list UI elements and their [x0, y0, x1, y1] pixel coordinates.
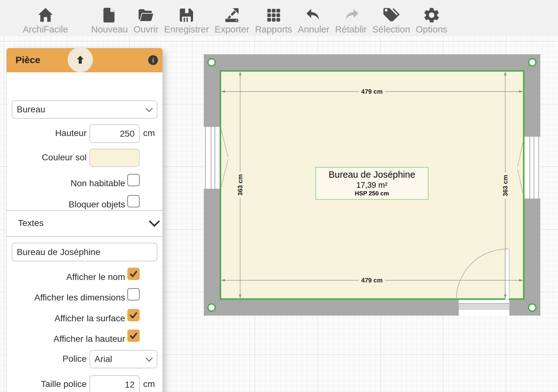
toolbar-item-nouveau[interactable]: Nouveau: [91, 0, 128, 35]
door-sill-band: [459, 304, 509, 308]
toolbar-item-archifacile[interactable]: ArchiFacile: [23, 0, 68, 35]
open-folder-icon: [137, 0, 155, 24]
room-label[interactable]: Bureau de Joséphine 17,39 m² HSP 250 cm: [315, 167, 428, 200]
export-icon: [223, 0, 241, 24]
panel-header: Pièce i: [7, 48, 162, 72]
taille-police-value: 12: [125, 380, 135, 390]
window-left[interactable]: [204, 127, 220, 189]
corner-handle[interactable]: [207, 58, 216, 67]
tag-icon: [382, 0, 400, 24]
bloquer-objets-label: Bloquer objets: [69, 199, 125, 210]
save-icon: [178, 0, 195, 24]
taille-police-input[interactable]: 12: [89, 375, 140, 392]
non-habitable-label: Non habitable: [70, 178, 125, 188]
window-frame-line: [534, 137, 534, 199]
door-sill-line: [459, 303, 509, 304]
toolbar-item-exporter[interactable]: Exporter: [215, 0, 249, 35]
check-icon: [129, 270, 138, 278]
room-properties-panel: Pièce i Bureau Hauteur 250 cm Couleur so…: [6, 48, 163, 392]
corner-handle[interactable]: [528, 58, 537, 67]
hauteur-value: 250: [120, 129, 135, 139]
toolbar-item-enregistrer[interactable]: Enregistrer: [164, 0, 209, 35]
new-document-icon: [100, 0, 118, 24]
toolbar-item-rapports[interactable]: Rapports: [255, 0, 292, 35]
toolbar-label: ArchiFacile: [23, 24, 68, 35]
separator: [7, 236, 162, 237]
window-frame-line: [215, 127, 215, 189]
toolbar-label: Sélection: [373, 24, 410, 35]
afficher-hauteur-checkbox[interactable]: [127, 330, 140, 342]
taille-police-label: Taille police: [41, 379, 87, 389]
undo-icon: [305, 0, 323, 24]
check-icon: [129, 331, 138, 340]
hauteur-label: Hauteur: [55, 128, 87, 138]
toolbar-item-ouvrir[interactable]: Ouvrir: [134, 0, 159, 35]
panel-title: Pièce: [15, 55, 40, 65]
window-right[interactable]: [525, 137, 540, 199]
hauteur-unit: cm: [143, 128, 155, 138]
gear-icon: [423, 0, 440, 24]
police-label: Police: [63, 354, 87, 364]
chevron-down-icon: [146, 105, 153, 112]
couleur-sol-swatch[interactable]: [89, 149, 140, 167]
room-height-text: HSP 250 cm: [320, 190, 424, 197]
toolbar: ArchiFacile Nouveau Ouvrir Enregistrer E…: [0, 0, 558, 36]
door-leaf[interactable]: [505, 249, 509, 300]
dimension-label-left: 363 cm: [236, 172, 244, 198]
afficher-dimensions-label: Afficher les dimensions: [34, 293, 125, 303]
afficher-hauteur-label: Afficher la hauteur: [53, 334, 125, 344]
toolbar-item-retablir[interactable]: Rétablir: [335, 0, 367, 35]
window-frame-line: [211, 127, 211, 189]
dimension-label-top: 479 cm: [359, 88, 385, 96]
separator: [7, 210, 162, 211]
room-name-value: Bureau de Joséphine: [17, 247, 100, 257]
window-frame-line: [205, 127, 206, 189]
textes-collapse-chevron-icon[interactable]: [149, 216, 160, 227]
home-icon: [37, 0, 54, 24]
toolbar-item-selection[interactable]: Sélection: [373, 0, 410, 35]
toolbar-item-options[interactable]: Options: [416, 0, 447, 35]
afficher-surface-label: Afficher la surface: [54, 313, 125, 324]
collapse-panel-button[interactable]: [68, 47, 93, 72]
couleur-sol-label: Couleur sol: [42, 152, 87, 163]
corner-handle[interactable]: [207, 303, 216, 312]
room-name-input[interactable]: Bureau de Joséphine: [12, 243, 157, 261]
corner-handle[interactable]: [528, 303, 537, 312]
afficher-dimensions-checkbox[interactable]: [127, 288, 140, 300]
textes-section-label: Textes: [18, 218, 44, 228]
window-frame-line: [530, 137, 530, 199]
window-frame-line: [538, 137, 539, 199]
non-habitable-checkbox[interactable]: [127, 174, 140, 186]
toolbar-label: Nouveau: [91, 24, 128, 35]
afficher-surface-checkbox[interactable]: [127, 309, 140, 321]
redo-icon: [342, 0, 360, 24]
afficher-nom-label: Afficher le nom: [66, 272, 125, 282]
toolbar-label: Options: [416, 24, 447, 35]
room-type-value: Bureau: [17, 104, 45, 115]
afficher-nom-checkbox[interactable]: [127, 268, 140, 280]
chevron-down-icon: [146, 355, 153, 362]
toolbar-label: Rapports: [255, 24, 292, 35]
police-select[interactable]: Arial: [89, 350, 157, 368]
taille-police-unit: cm: [143, 379, 155, 389]
arrow-up-icon: [75, 54, 86, 65]
hauteur-input[interactable]: 250: [89, 124, 140, 143]
room-name-text: Bureau de Joséphine: [320, 169, 424, 180]
reports-grid-icon: [265, 0, 282, 24]
police-value: Arial: [94, 354, 112, 364]
room-type-select[interactable]: Bureau: [12, 100, 157, 119]
room-surface-text: 17,39 m²: [320, 180, 424, 190]
toolbar-label: Annuler: [298, 24, 330, 35]
info-icon[interactable]: i: [148, 55, 158, 65]
bloquer-objets-checkbox[interactable]: [127, 195, 140, 207]
toolbar-label: Enregistrer: [164, 24, 209, 35]
toolbar-label: Exporter: [215, 24, 249, 35]
door-sill-line: [459, 309, 509, 309]
dimension-label-right: 363 cm: [501, 173, 509, 199]
toolbar-item-annuler[interactable]: Annuler: [298, 0, 330, 35]
door-opening[interactable]: [459, 300, 509, 316]
check-icon: [129, 311, 138, 319]
dimension-label-bottom: 479 cm: [359, 276, 385, 284]
toolbar-label: Ouvrir: [134, 24, 159, 35]
toolbar-label: Rétablir: [335, 24, 367, 35]
